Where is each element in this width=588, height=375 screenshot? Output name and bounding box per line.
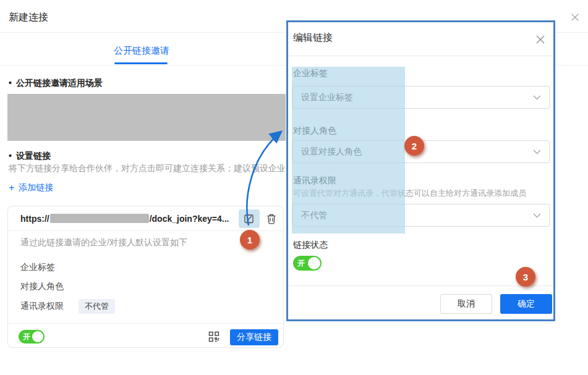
addressbook-permission-select[interactable]: 不代管 — [292, 204, 550, 227]
link-url-prefix: https:// — [20, 214, 49, 224]
field-label-addressbook-permission: 通讯录权限 — [293, 175, 336, 187]
link-default-desc: 通过此链接邀请的企业/对接人默认设置如下 — [20, 237, 187, 248]
cancel-button[interactable]: 取消 — [440, 294, 492, 314]
modal-title: 编辑链接 — [293, 32, 333, 44]
chevron-down-icon — [533, 95, 541, 100]
add-link-button[interactable]: + 添加链接 — [9, 182, 53, 193]
addressbook-permission-desc: 可设置代管对方通讯录，代管状态可以自主给对方通讯录添加成员 — [293, 188, 526, 199]
toggle-on-label: 开 — [23, 332, 30, 342]
tab-active-underline — [114, 62, 168, 64]
page-title: 新建连接 — [9, 11, 48, 24]
share-link-button[interactable]: 分享链接 — [230, 329, 278, 345]
link-status-toggle[interactable]: 开 — [293, 256, 322, 271]
bullet-dot: • — [9, 151, 12, 161]
card-row-addressbook-permission: 通讯录权限 不代管 — [20, 299, 115, 314]
edit-link-modal: 编辑链接 企业标签 设置企业标签 对接人角色 设置对接人角色 通讯录权限 可设置… — [286, 20, 555, 321]
redacted-url-segment — [50, 214, 149, 223]
redacted-scene-block — [7, 94, 286, 141]
close-icon — [534, 33, 547, 46]
edit-link-button[interactable] — [239, 209, 260, 228]
field-label-contact-role: 对接人角色 — [293, 125, 336, 137]
modal-header-divider — [288, 56, 553, 56]
link-enabled-toggle[interactable]: 开 — [19, 330, 45, 343]
edit-icon — [244, 213, 255, 224]
modal-close-button[interactable] — [533, 32, 548, 47]
link-status-label: 链接状态 — [293, 240, 328, 251]
toggle-knob — [32, 331, 43, 342]
card-divider — [8, 323, 283, 324]
qr-code-icon — [208, 331, 219, 342]
dialog-close-button[interactable] — [568, 11, 582, 24]
link-url-suffix: /dock_join?key=4... — [150, 214, 229, 224]
trash-icon — [266, 213, 276, 224]
qr-code-button[interactable] — [208, 331, 220, 343]
add-link-label: 添加链接 — [19, 182, 53, 193]
link-card: https:// /dock_join?key=4... 通过此链接邀请的企业/… — [7, 206, 284, 348]
confirm-button[interactable]: 确定 — [500, 294, 552, 314]
modal-footer-divider — [288, 285, 553, 286]
bullet-dot: • — [9, 78, 12, 88]
chevron-down-icon — [533, 150, 541, 154]
toggle-knob — [308, 257, 320, 269]
field-label-enterprise-tag: 企业标签 — [293, 68, 328, 79]
delete-link-button[interactable] — [263, 211, 279, 227]
contact-role-select[interactable]: 设置对接人角色 — [292, 140, 550, 163]
toggle-on-label: 开 — [297, 258, 305, 269]
section-set-link-desc: 将下方链接分享给合作伙伴，对方点击即可建立连接关系；建议预设企业 — [9, 163, 284, 174]
section-heading-scene: •公开链接邀请适用场景 — [9, 78, 103, 89]
plus-icon: + — [9, 183, 14, 192]
enterprise-tag-select[interactable]: 设置企业标签 — [292, 86, 550, 109]
chevron-down-icon — [533, 213, 541, 218]
section-heading-set-link: •设置链接 — [9, 151, 51, 162]
permission-badge: 不代管 — [79, 299, 115, 314]
link-url-row: https:// /dock_join?key=4... — [8, 206, 283, 231]
tab-public-link-invite[interactable]: 公开链接邀请 — [114, 45, 169, 57]
close-icon — [569, 12, 581, 23]
card-row-enterprise-tag: 企业标签 — [20, 262, 55, 273]
card-row-contact-role: 对接人角色 — [20, 281, 64, 292]
